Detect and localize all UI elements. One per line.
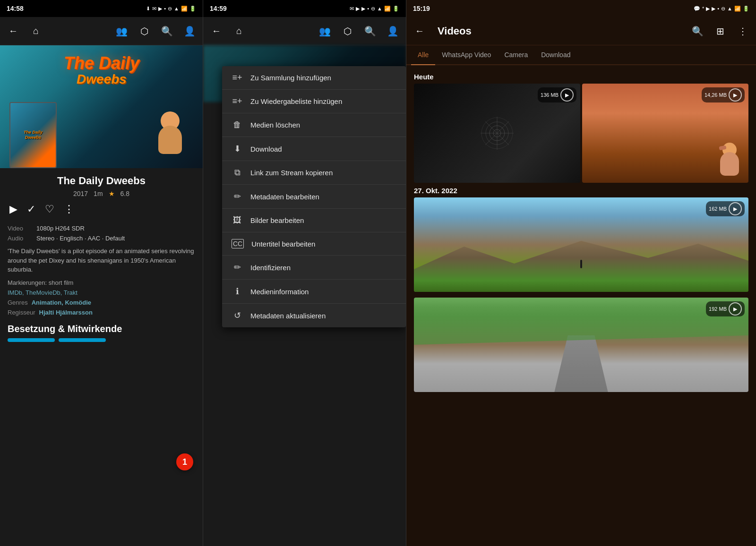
cast-button-2[interactable]: ⬡ [339,23,356,40]
menu-item-media-info[interactable]: ℹ Medieninformation [222,280,406,304]
wifi-icon: ▲ [174,6,179,11]
home-button-2[interactable]: ⌂ [231,23,248,40]
status-icons-1: ⬇ ✉ ▶ • ⊖ ▲ 📶 🔋 [146,6,196,12]
menu-item-edit-meta[interactable]: ✏ Metadaten bearbeiten [222,185,406,209]
bt-icon: * [702,6,704,11]
menu-item-delete[interactable]: 🗑 Medien löschen [222,113,406,137]
menu-item-download[interactable]: ⬇ Download [222,137,406,161]
back-button-2[interactable]: ← [208,23,225,40]
add-playlist-icon: ≡+ [232,96,243,106]
road-video-row: 192 MB ▶ [410,298,752,392]
status-bar-2: 14:59 ✉ ▶ ▶ • ⊖ ▲ 📶 🔋 [203,0,406,17]
back-button[interactable]: ← [5,23,22,40]
video-size-2: 14,26 MB ▶ [702,87,745,102]
genres-label: Genres [8,299,28,306]
audio-value: Stereo · Englisch · AAC · Default [36,235,125,242]
video-size-text-4: 192 MB [709,306,727,312]
account-button-2[interactable]: 👤 [384,23,401,40]
wifi-icon-3: ▲ [727,6,732,11]
hero-title-line1: The Daily [0,55,203,72]
menu-item-edit-subtitles[interactable]: CC Untertitel bearbeiten [222,232,406,256]
identify-icon: ✏ [232,262,243,273]
movie-details: Video 1080p H264 SDR Audio Stereo · Engl… [0,225,203,316]
section-today: Heute [410,69,752,84]
grid-button[interactable]: ⊞ [712,23,729,40]
video-size-text-3: 162 MB [709,206,727,212]
dnd-icon: ⊖ [168,6,172,12]
cast-button[interactable]: ⬡ [136,23,153,40]
youtube-icon-2: ▶ [356,6,360,12]
menu-item-add-collection[interactable]: ≡+ Zu Sammlung hinzufügen [222,66,406,90]
favorite-button[interactable]: ♡ [45,203,54,215]
dot-icon: • [164,6,166,11]
tab-whatsapp-video[interactable]: WhatsApp Video [435,45,498,65]
menu-item-refresh-meta[interactable]: ↺ Metadaten aktualisieren [222,304,406,327]
play-button[interactable]: ▶ [9,203,17,215]
check-button[interactable]: ✓ [27,203,35,215]
hero-image: The Daily Dweebs The DailyDweebs [0,45,203,168]
messages-icon: ✉ [152,6,156,12]
media-info-icon: ℹ [232,286,243,297]
menu-item-identify[interactable]: ✏ Identifizieren [222,256,406,280]
menu-item-edit-images[interactable]: 🖼 Bilder bearbeiten [222,209,406,232]
director-label: Regisseur [8,309,35,316]
status-bar-3: 15:19 💬 * ▶ ▶ • ⊖ ▲ 📶 🔋 [406,0,756,17]
movie-info: The Daily Dweebs 2017 1m ★ 6.8 ▶ ✓ ♡ ⋮ [0,168,203,225]
download-icon: ⬇ [146,6,150,12]
movie-meta: 2017 1m ★ 6.8 [8,190,195,197]
account-button[interactable]: 👤 [181,23,198,40]
context-menu: ≡+ Zu Sammlung hinzufügen ≡+ Zu Wiederga… [222,66,406,327]
edit-meta-icon: ✏ [232,191,243,202]
search-button-2[interactable]: 🔍 [361,23,378,40]
status-icons-2: ✉ ▶ ▶ • ⊖ ▲ 📶 🔋 [350,6,399,12]
group-button-2[interactable]: 👥 [316,23,333,40]
menu-label-identify: Identifizieren [250,264,291,272]
signal-icon-2: 📶 [384,6,391,12]
menu-label-add-playlist: Zu Wiedergabeliste hinzügen [250,97,342,105]
status-bar-1: 14:58 ⬇ ✉ ▶ • ⊖ ▲ 📶 🔋 [0,0,203,17]
video-thumb-1[interactable]: 136 MB ▶ [414,84,580,183]
movie-rating: 6.8 [120,190,129,197]
more-button[interactable]: ⋮ [64,203,74,215]
video-detail-row: Video 1080p H264 SDR [8,225,195,232]
video-thumb-4[interactable]: 192 MB ▶ [414,298,748,392]
signal-icon: 📶 [181,6,188,12]
movie-duration: 1m [94,190,103,197]
director-row: Regisseur Hjalti Hjálmarsson [8,309,195,316]
more-button-3[interactable]: ⋮ [734,23,751,40]
tab-camera[interactable]: Camera [498,45,534,65]
menu-item-add-playlist[interactable]: ≡+ Zu Wiedergabeliste hinzügen [222,90,406,113]
home-button[interactable]: ⌂ [27,23,44,40]
movie-description: 'The Daily Dweebs' is a pilot episode of… [8,247,195,274]
character-silhouette [151,111,189,159]
search-button-3[interactable]: 🔍 [689,23,706,40]
tab-camera-label: Camera [504,51,528,59]
menu-label-download: Download [250,145,282,153]
audio-label: Audio [8,235,29,242]
dot-icon-3: • [717,6,719,11]
nav-bar-3: ← Videos 🔍 ⊞ ⋮ [406,17,756,45]
hero-title: The Daily Dweebs [0,55,203,87]
play-icon-3: ▶ [729,202,742,215]
play-icon-1: ▶ [560,88,574,102]
search-button[interactable]: 🔍 [158,23,175,40]
add-collection-icon: ≡+ [232,73,243,83]
video-size-text-1: 136 MB [541,92,558,98]
panel-2: 14:59 ✉ ▶ ▶ • ⊖ ▲ 📶 🔋 ← ⌂ 👥 ⬡ 🔍 👤 ≡+ Zu … [203,0,406,546]
genres-value: Animation, Komödie [32,299,91,306]
video-thumb-2[interactable]: 14,26 MB ▶ [582,84,748,183]
panel-3: 15:19 💬 * ▶ ▶ • ⊖ ▲ 📶 🔋 ← Videos 🔍 ⊞ ⋮ A… [406,0,756,546]
menu-label-edit-subtitles: Untertitel bearbeiten [251,240,315,248]
audio-detail-row: Audio Stereo · Englisch · AAC · Default [8,235,195,242]
tab-alle[interactable]: Alle [411,45,435,65]
wifi-icon-2: ▲ [377,6,382,11]
video-value: 1080p H264 SDR [36,225,85,232]
tab-download-label: Download [541,51,570,59]
menu-item-copy-link[interactable]: ⧉ Link zum Stream kopieren [222,161,406,185]
group-button[interactable]: 👥 [113,23,130,40]
back-button-3[interactable]: ← [411,23,428,40]
tab-download[interactable]: Download [534,45,577,65]
cast-bar [0,338,203,342]
section-oct27: 27. Okt. 2022 [410,183,752,197]
video-thumb-3[interactable]: 162 MB ▶ [414,197,748,292]
